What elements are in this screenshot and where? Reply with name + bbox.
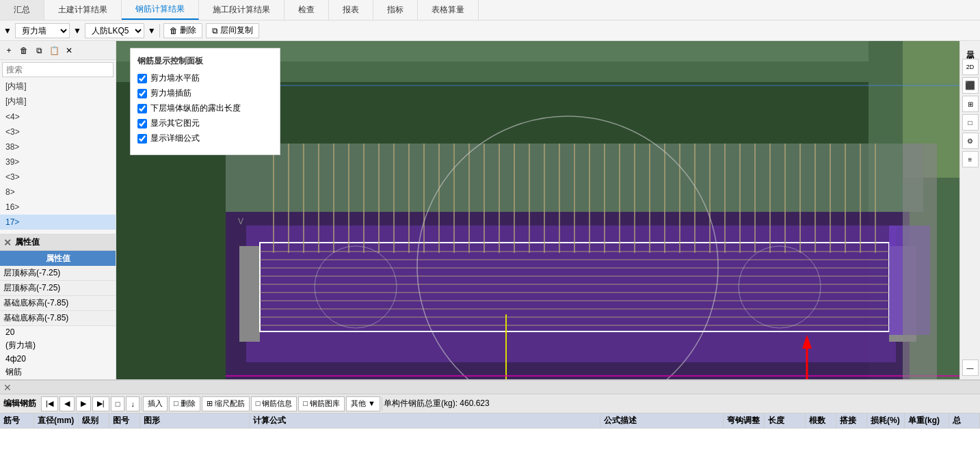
sidebar-delete-btn[interactable]: 🗑 [17, 44, 31, 57]
sidebar-item-3[interactable]: <3> [0, 124, 116, 139]
info-label-2: (剪力墙) [5, 340, 36, 351]
sidebar-item-1[interactable]: [内墙] [0, 94, 116, 109]
info-row-3: 4ф20 [0, 353, 116, 365]
svg-rect-6 [246, 226, 896, 362]
element-type-select[interactable]: 剪力墙 [15, 23, 70, 38]
table-header: 筋号 直径(mm) 级别 图号 图形 计算公式 公式描述 弯钩调整 长度 根数 … [0, 413, 980, 429]
sidebar-item-6[interactable]: <3> [0, 169, 116, 185]
rebar-library-btn[interactable]: □ 钢筋图库 [298, 396, 345, 411]
properties-close-left[interactable]: ✕ [3, 237, 12, 248]
2d-view-btn[interactable]: 2D [962, 59, 979, 75]
nav-box1-btn[interactable]: □ [111, 396, 125, 411]
col-overlap: 搭接 [836, 413, 867, 428]
copy-floor-button[interactable]: ⧉ 层间复制 [206, 23, 259, 38]
horizontal-rebar-checkbox[interactable] [137, 74, 147, 83]
info-label-1: 20 [5, 327, 14, 337]
col-total: 总 [949, 413, 980, 428]
sidebar-item-9[interactable]: 17> [0, 215, 116, 230]
properties-table: 属性值 层顶标高(-7.25) 层顶标高(-7.25) 基础底标高(-7.85) [0, 251, 116, 326]
sidebar-copy-btn[interactable]: ⧉ [32, 44, 46, 57]
bottom-toolbar: 编辑钢筋 |◀ ◀ ▶ ▶| □ ↓ 插入 □ 删除 ⊞ 缩尺配筋 □ 钢筋信息… [0, 394, 980, 413]
expose-length-checkbox[interactable] [137, 104, 147, 113]
sidebar-item-7[interactable]: 8> [0, 185, 116, 200]
control-option-3: 显示其它图元 [137, 118, 273, 129]
main-content: + 🗑 ⧉ 📋 ✕ [内墙] [内墙] <4> <3> 38> 39> <3> … [0, 41, 980, 379]
control-option-2: 下层墙体纵筋的露出长度 [137, 103, 273, 114]
nav-last-btn[interactable]: ▶| [92, 396, 109, 411]
insert-rebar-label: 剪力墙插筋 [150, 87, 191, 99]
sidebar-item-5[interactable]: 39> [0, 154, 116, 169]
nav-item-check[interactable]: 检查 [284, 0, 329, 20]
sidebar-close-btn[interactable]: ✕ [62, 44, 76, 57]
sidebar-search-input[interactable] [2, 62, 114, 77]
sidebar-item-4[interactable]: 38> [0, 139, 116, 154]
list-btn[interactable]: ≡ [962, 151, 979, 167]
nav-first-btn[interactable]: |◀ [41, 396, 58, 411]
settings-btn[interactable]: ⚙ [962, 133, 979, 149]
horizontal-rebar-label: 剪力墙水平筋 [150, 72, 200, 84]
col-loss: 损耗(%) [867, 413, 905, 428]
delete-icon: 🗑 [170, 26, 178, 36]
rebar-control-panel: 钢筋显示控制面板 剪力墙水平筋 剪力墙插筋 下层墙体纵筋的露出长度 显示其它图元… [130, 48, 280, 155]
delete-button[interactable]: 🗑 删除 [163, 23, 202, 38]
properties-header: ✕ 属性值 [0, 234, 116, 251]
nav-box2-btn[interactable]: ↓ [126, 396, 140, 411]
show-formula-label: 显示详细公式 [150, 133, 200, 144]
nav-item-index[interactable]: 指标 [373, 0, 418, 20]
sidebar-item-0[interactable]: [内墙] [0, 79, 116, 94]
property-value-0 [105, 266, 116, 281]
dropdown-arrow-element: ▼ [148, 26, 156, 36]
bottom-divider-2 [382, 397, 382, 411]
col-rebar-no: 筋号 [0, 413, 34, 428]
insert-btn[interactable]: 插入 [143, 396, 168, 411]
expose-length-label: 下层墙体纵筋的露出长度 [150, 103, 241, 114]
element-select[interactable]: 人防LKQ5 [85, 23, 144, 38]
scale-btn[interactable]: ⊞ 缩尺配筋 [202, 396, 250, 411]
viewport[interactable]: X Z V W 2 At 钢筋显示控制面板 [116, 41, 959, 379]
insert-rebar-checkbox[interactable] [137, 89, 147, 98]
delete-rebar-btn[interactable]: □ 删除 [169, 396, 200, 411]
right-toolbar: 显示 图元 2D ⬛ ⊞ □ ⚙ ≡ — [959, 41, 980, 379]
svg-rect-7 [239, 246, 260, 342]
nav-item-rebar[interactable]: 钢筋计算结果 [122, 0, 199, 20]
info-row-2: (剪力墙) [0, 338, 116, 353]
nav-item-construction[interactable]: 施工段计算结果 [199, 0, 284, 20]
col-fig-no: 图号 [109, 413, 140, 428]
sidebar-paste-btn[interactable]: 📋 [47, 44, 61, 57]
property-label-3: 基础底标高(-7.85) [0, 311, 105, 326]
3d-view-btn[interactable]: ⬛ [962, 77, 979, 94]
expand-btn[interactable]: □ [962, 114, 979, 131]
other-btn[interactable]: 其他 ▼ [346, 396, 380, 411]
collapse-sidebar-btn[interactable]: — [962, 359, 979, 376]
cube-icon: ⬛ [965, 81, 975, 90]
col-hook-adj: 弯钩调整 [724, 413, 765, 428]
sidebar-add-btn[interactable]: + [2, 44, 16, 57]
nav-item-civil[interactable]: 土建计算结果 [44, 0, 122, 20]
nav-next-btn[interactable]: ▶ [76, 396, 91, 411]
grid-view-btn[interactable]: ⊞ [962, 96, 979, 112]
copy-icon: ⧉ [212, 26, 218, 36]
sidebar-item-8[interactable]: 16> [0, 200, 116, 215]
sidebar-list: [内墙] [内墙] <4> <3> 38> 39> <3> 8> 16> 17>… [0, 79, 116, 234]
sidebar-item-2[interactable]: <4> [0, 109, 116, 124]
svg-text:V: V [238, 217, 243, 226]
col-desc: 公式描述 [600, 413, 724, 428]
rebar-info-btn[interactable]: □ 钢筋信息 [251, 396, 297, 411]
property-label-0: 层顶标高(-7.25) [0, 266, 105, 281]
svg-rect-82 [903, 144, 937, 379]
property-value-3 [105, 311, 116, 326]
nav-prev-btn[interactable]: ◀ [59, 396, 75, 411]
bottom-close-icon[interactable]: ✕ [3, 382, 12, 393]
show-formula-checkbox[interactable] [137, 134, 147, 144]
bottom-divider-1 [141, 397, 142, 411]
control-panel-title: 钢筋显示控制面板 [137, 55, 273, 67]
show-other-checkbox[interactable] [137, 119, 147, 128]
nav-item-summary[interactable]: 汇总 [0, 0, 44, 20]
properties-col-header: 属性值 [0, 251, 116, 266]
col-diameter: 直径(mm) [34, 413, 79, 428]
nav-item-report[interactable]: 报表 [329, 0, 373, 20]
col-grade: 级别 [79, 413, 109, 428]
nav-item-table[interactable]: 表格算量 [418, 0, 479, 20]
show-other-label: 显示其它图元 [150, 118, 200, 129]
col-shape: 图形 [140, 413, 250, 428]
